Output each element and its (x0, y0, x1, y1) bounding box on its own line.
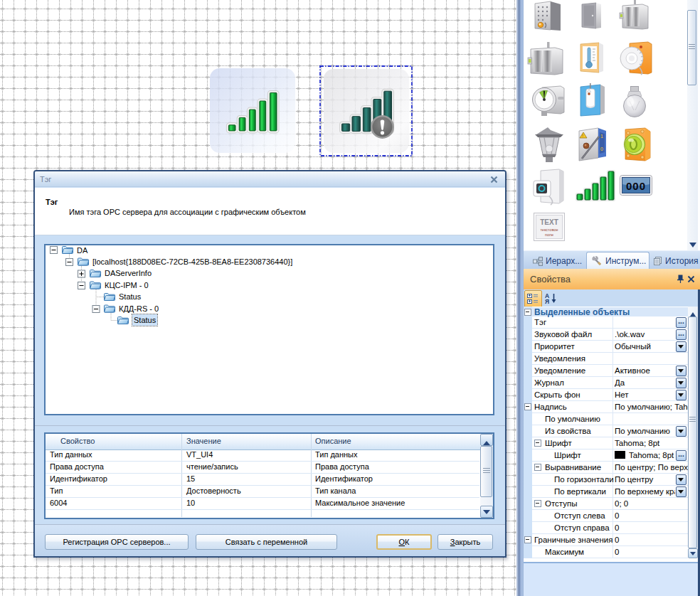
svg-text:Я: Я (545, 298, 549, 304)
svg-text:TEXT: TEXT (540, 218, 558, 226)
svg-text:1: 1 (600, 134, 603, 139)
svg-text:текстовое: текстовое (540, 228, 558, 232)
svg-text:000: 000 (626, 180, 646, 192)
svg-text:0: 0 (600, 147, 603, 151)
svg-text:поле: поле (545, 233, 553, 237)
